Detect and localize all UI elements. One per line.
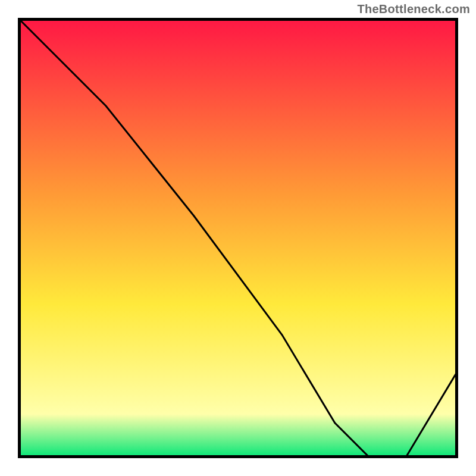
chart-border (18, 18, 458, 458)
watermark-text: TheBottleneck.com (357, 2, 470, 16)
